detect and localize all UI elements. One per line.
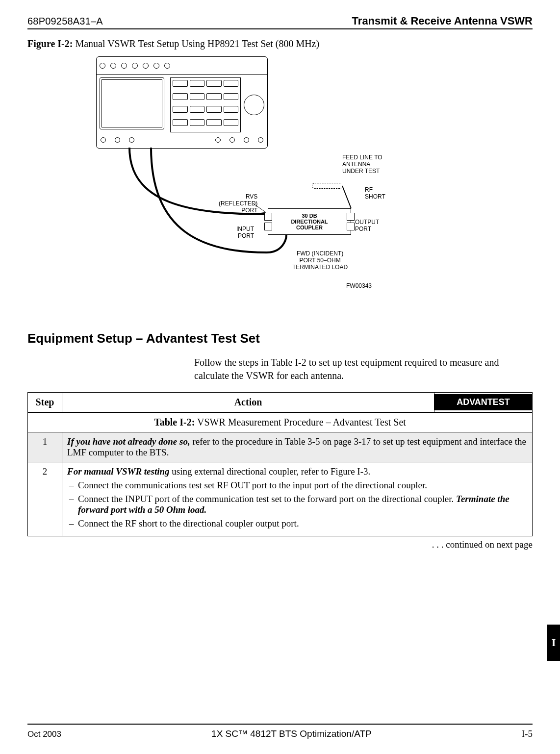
coupler-port-icon	[264, 213, 272, 221]
side-tab: I	[547, 625, 560, 661]
list-item: Connect the RF short to the directional …	[67, 518, 527, 529]
col-step: Step	[28, 393, 62, 413]
step-bullets: Connect the communications test set RF O…	[67, 480, 527, 529]
footer-doc-title: 1X SC™ 4812T BTS Optimization/ATP	[211, 729, 372, 739]
page-footer: Oct 2003 1X SC™ 4812T BTS Optimization/A…	[27, 729, 533, 739]
list-item: Connect the communications test set RF O…	[67, 480, 527, 491]
section-heading: Equipment Setup – Advantest Test Set	[27, 331, 533, 346]
page-title: Transmit & Receive Antenna VSWR	[352, 15, 533, 27]
step-lead: For manual VSWR testing	[67, 466, 170, 477]
label-fwd-port: FWD (INCIDENT) PORT 50–OHM TERMINATED LO…	[292, 251, 348, 271]
table-row: 1 If you have not already done so, refer…	[28, 432, 533, 462]
step-number: 1	[28, 432, 62, 462]
step-lead: If you have not already done so,	[67, 436, 190, 447]
figure-caption: Figure I-2: Manual VSWR Test Setup Using…	[27, 38, 533, 50]
label-rf-short: RF SHORT	[365, 187, 385, 201]
table-title-text: VSWR Measurement Procedure – Advantest T…	[195, 417, 406, 427]
figure-caption-text: Manual VSWR Test Setup Using HP8921 Test…	[73, 38, 319, 49]
table-title-row: Table I-2: VSWR Measurement Procedure – …	[28, 412, 533, 432]
label-feed-line: FEED LINE TO ANTENNA UNDER TEST	[342, 154, 382, 175]
figure-diagram: 30 DB DIRECTIONAL COUPLER FEED LINE TO A…	[27, 56, 533, 316]
label-rvs-port: RVS (REFLECTED) PORT	[219, 194, 257, 214]
page: 68P09258A31–A Transmit & Receive Antenna…	[0, 0, 560, 754]
coupler-label: 30 DB DIRECTIONAL COUPLER	[291, 213, 328, 230]
continued-note: . . . continued on next page	[27, 539, 533, 550]
step-number: 2	[28, 462, 62, 536]
label-output-port: OUTPUT PORT	[355, 219, 379, 233]
page-header: 68P09258A31–A Transmit & Receive Antenna…	[27, 15, 533, 29]
badge-advantest: ADVANTEST	[434, 394, 532, 410]
doc-id: 68P09258A31–A	[27, 16, 103, 27]
step-action: For manual VSWR testing using external d…	[62, 462, 533, 536]
procedure-table: Table I-2: VSWR Measurement Procedure – …	[27, 392, 533, 536]
section-body: Follow the steps in Table I-2 to set up …	[194, 356, 528, 382]
antenna-feed-connector	[312, 183, 341, 189]
table-title-label: Table I-2:	[154, 417, 195, 427]
col-badge: ADVANTEST	[434, 393, 533, 413]
bullet-pre: Connect the INPUT port of the communicat…	[78, 494, 456, 504]
step-action: If you have not already done so, refer t…	[62, 432, 533, 462]
step-rest: using external directional coupler, refe…	[170, 466, 371, 477]
footer-page-number: I-5	[522, 729, 533, 739]
footer-date: Oct 2003	[27, 729, 61, 739]
list-item: Connect the INPUT port of the communicat…	[67, 494, 527, 515]
figure-caption-label: Figure I-2:	[27, 38, 73, 49]
directional-coupler: 30 DB DIRECTIONAL COUPLER	[268, 208, 351, 235]
table-row: 2 For manual VSWR testing using external…	[28, 462, 533, 536]
coupler-port-icon	[347, 213, 355, 221]
table-header-row: Step Action ADVANTEST	[28, 393, 533, 413]
footer-rule	[27, 724, 533, 725]
label-input-port: INPUT PORT	[236, 226, 254, 240]
coupler-port-icon	[264, 223, 272, 230]
coupler-port-icon	[347, 223, 355, 230]
col-action: Action	[62, 393, 434, 413]
label-fw-number: FW00343	[346, 283, 372, 290]
